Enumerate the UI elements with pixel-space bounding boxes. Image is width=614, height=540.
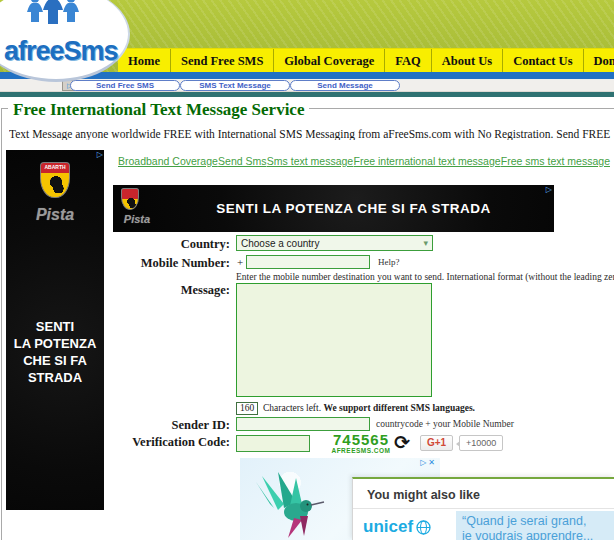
captcha-code: 745565 xyxy=(330,433,392,447)
adchoices-icon[interactable]: ▷ xyxy=(97,150,103,159)
ad-link-send-free-sms[interactable]: Send Free SMS xyxy=(70,80,180,91)
nav-about-us[interactable]: About Us xyxy=(432,49,503,72)
pista-logo: Pista xyxy=(6,206,104,224)
related-ad-quote[interactable]: “Quand je serai grand, je voudrais appre… xyxy=(456,511,614,540)
people-icon xyxy=(18,0,88,34)
ad-slogan: SENTI LA POTENZA CHE SI FA STRADA xyxy=(173,201,534,216)
ad-controls[interactable]: ▷✕ xyxy=(420,458,437,467)
quote-line-1: “Quand je serai grand, xyxy=(462,514,609,529)
link-free-sms-text-message[interactable]: Free sms text message xyxy=(501,155,610,167)
chars-note: Characters left. We support different SM… xyxy=(263,403,475,413)
page-bottom-whitespace xyxy=(2,510,238,540)
slogan-line: CHE SI FA xyxy=(6,352,104,369)
sender-id-hint: countrycode + your Mobile Number xyxy=(376,419,514,429)
google-plus-count: +10000 xyxy=(459,435,503,451)
pista-logo: Pista xyxy=(117,213,157,225)
verification-input[interactable] xyxy=(236,435,310,452)
unicef-globe-icon xyxy=(416,520,431,535)
left-skyscraper-ad[interactable]: ▷ ABARTH Pista SENTI LA POTENZA CHE SI F… xyxy=(6,150,104,510)
mobile-number-input[interactable] xyxy=(246,255,370,269)
nav-contact-us[interactable]: Contact Us xyxy=(503,49,583,72)
captcha-watermark: AFREESMS.COM xyxy=(330,447,392,454)
related-panel: You might also like unicef “Quand je ser… xyxy=(352,477,614,540)
unicef-wordmark: unicef xyxy=(363,517,413,537)
close-icon[interactable]: ✕ xyxy=(428,458,437,467)
chars-left-counter: 160 xyxy=(236,402,258,415)
unicef-logo[interactable]: unicef xyxy=(363,517,431,537)
chars-note-bold: We support different SMS languages. xyxy=(323,403,475,413)
ad-toolbar: ▷ AdChoices Send Free SMS SMS Text Messa… xyxy=(0,79,614,92)
nav-faq[interactable]: FAQ xyxy=(385,49,431,72)
abarth-logo xyxy=(121,188,139,210)
divider xyxy=(353,508,614,509)
seo-links-row: Broadband Coverage Send Sms Sms text mes… xyxy=(118,155,610,167)
chars-note-normal: Characters left. xyxy=(263,403,323,413)
nav-home[interactable]: Home xyxy=(118,49,171,72)
logo-wordmark: afreeSms xyxy=(4,36,118,67)
refresh-captcha-icon[interactable]: ⟳ xyxy=(394,431,410,453)
plus-prefix: + xyxy=(237,256,243,268)
scorpion-icon xyxy=(48,175,64,193)
abarth-brand-text: ABARTH xyxy=(41,164,69,170)
top-banner-ad[interactable]: ▷ Pista SENTI LA POTENZA CHE SI FA STRAD… xyxy=(113,185,554,232)
slogan-line: SENTI xyxy=(6,318,104,335)
ad-link-sms-text-message[interactable]: SMS Text Message xyxy=(180,80,290,91)
hummingbird-image xyxy=(244,470,354,540)
nav-global-coverage[interactable]: Global Coverage xyxy=(274,49,385,72)
link-sms-text-message[interactable]: Sms text message xyxy=(267,155,353,167)
link-broadband-coverage[interactable]: Broadband Coverage xyxy=(118,155,218,167)
google-plus-one-button[interactable]: G+1 xyxy=(420,435,453,451)
country-selected-value: Choose a country xyxy=(241,238,319,249)
link-free-international-text-message[interactable]: Free international text message xyxy=(354,155,501,167)
sender-id-input[interactable] xyxy=(236,417,370,431)
mobile-note: Enter the mobile number destination you … xyxy=(236,272,614,282)
quote-line-2: je voudrais apprendre... xyxy=(462,529,609,540)
intro-text: Text Message anyone worldwide FREE with … xyxy=(9,128,613,140)
scorpion-icon xyxy=(126,197,136,208)
message-textarea[interactable] xyxy=(236,283,432,397)
ad-slogan: SENTI LA POTENZA CHE SI FA STRADA xyxy=(6,318,104,386)
teal-divider xyxy=(0,92,614,97)
captcha: 745565 AFREESMS.COM xyxy=(330,433,392,454)
nav-send-free-sms[interactable]: Send Free SMS xyxy=(171,49,274,72)
country-select[interactable]: Choose a country ▾ xyxy=(236,235,433,251)
abarth-logo: ABARTH xyxy=(40,162,70,198)
help-link[interactable]: Help? xyxy=(378,257,400,267)
ad-link-send-message[interactable]: Send Message xyxy=(290,80,400,91)
afreesms-page: Home Send Free SMS Global Coverage FAQ A… xyxy=(0,0,614,540)
nav-dont-text-me[interactable]: Don't Text Me xyxy=(584,49,614,72)
slogan-line: LA POTENZA xyxy=(6,335,104,352)
adchoices-icon[interactable]: ▷ xyxy=(546,185,552,194)
chevron-down-icon: ▾ xyxy=(423,238,428,248)
related-title: You might also like xyxy=(367,488,480,502)
page-title: Free International Text Message Service xyxy=(8,100,309,120)
main-nav: Home Send Free SMS Global Coverage FAQ A… xyxy=(118,48,614,72)
slogan-line: STRADA xyxy=(6,369,104,386)
link-send-sms[interactable]: Send Sms xyxy=(218,155,266,167)
